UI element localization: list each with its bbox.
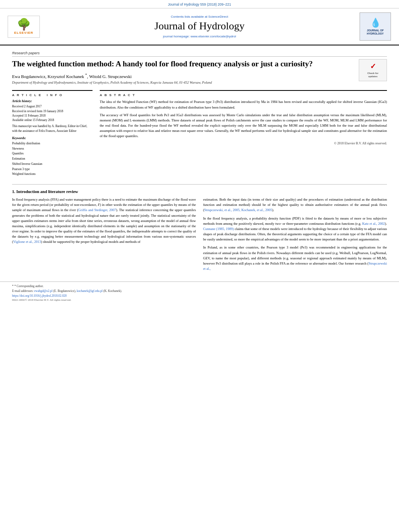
email1-name: (E. Bogdanowicz), <box>53 289 76 293</box>
journal-logo-text: JOURNAL OFHYDROLOGY <box>367 29 384 36</box>
article-title-area: The weighted function method: A handy to… <box>12 59 387 69</box>
keyword-4: Estimation <box>12 156 93 162</box>
doi-line: https://doi.org/10.1016/j.jhydrol.2018.0… <box>12 294 387 298</box>
affiliation-line: Department of Hydrology and Hydrodynamic… <box>12 80 387 84</box>
elsevier-wordmark: ELSEVIER <box>14 31 33 35</box>
body-right-col: estimation. Both the input data (in term… <box>203 197 387 274</box>
keyword-3: Quantiles <box>12 151 93 156</box>
journal-header: 🌳 ELSEVIER Contents lists available at S… <box>0 8 399 45</box>
page: Journal of Hydrology 559 (2018) 209–221 … <box>0 0 399 532</box>
journal-header-center: Contents lists available at ScienceDirec… <box>46 12 353 41</box>
email2-note: (K. Kochanek). <box>103 289 122 293</box>
body-left-col: In flood frequency analysis (FFA) and wa… <box>12 197 196 274</box>
keyword-6: Pearson 3 type <box>12 167 93 172</box>
abstract-text: The idea of the Weighted Function (WF) m… <box>100 99 387 139</box>
email1-link[interactable]: ewabgd@o2.pl <box>34 289 52 293</box>
corresponding-label: * Corresponding author. <box>14 284 44 288</box>
abstract-para-2: The accuracy of WF flood quantiles for b… <box>100 113 387 139</box>
email-label: E-mail addresses: <box>12 289 33 293</box>
accepted-date: Accepted 11 February 2018 <box>12 113 93 118</box>
keyword-5: Shifted Inverse Gaussian <box>12 162 93 167</box>
section-1-heading: 1. Introduction and literature review <box>12 189 387 194</box>
katz-link[interactable]: Katz et al., 2002 <box>362 222 385 226</box>
article-history-label: Article history: <box>12 99 93 103</box>
body-left-para-1: In flood frequency analysis (FFA) and wa… <box>12 197 196 245</box>
keywords-section: Keywords: Probability distribution Skewn… <box>12 136 93 177</box>
keywords-label: Keywords: <box>12 136 93 140</box>
strupczewski2-link[interactable]: Strupczewski et al., <box>203 261 387 271</box>
body-section: 1. Introduction and literature review In… <box>12 184 387 274</box>
top-bar: Journal of Hydrology 559 (2018) 209–221 <box>0 0 399 8</box>
keyword-7: Weighted functions <box>12 172 93 177</box>
corresponding-author-note: * * Corresponding author. <box>12 284 387 288</box>
abstract-para-1: The idea of the Weighted Function (WF) m… <box>100 99 387 110</box>
available-date: Available online 15 February 2018 <box>12 118 93 122</box>
homepage-label: journal homepage: <box>163 35 189 38</box>
journal-logo-area: 💧 JOURNAL OFHYDROLOGY <box>357 12 393 41</box>
elsevier-tree-icon: 🌳 <box>17 19 31 30</box>
keyword-1: Probability distribution <box>12 141 93 146</box>
article-title-text: The weighted function method: A handy to… <box>12 60 313 68</box>
sciencedirect-link[interactable]: ScienceDirect <box>208 15 228 18</box>
viglione-link[interactable]: Viglione et al., 2013 <box>13 240 41 244</box>
body-right-para-1: estimation. Both the input data (in term… <box>203 197 387 213</box>
handled-by: This manuscript was handled by A. Bardos… <box>12 124 93 133</box>
contents-label: Contents lists available at <box>171 15 208 18</box>
keyword-2: Skewness <box>12 146 93 152</box>
body-right-para-3: In Poland, as in some other countries, t… <box>203 245 387 271</box>
elsevier-logo: 🌳 ELSEVIER <box>8 16 40 38</box>
homepage-url[interactable]: www.elsevier.com/locate/jhydrol <box>191 35 236 38</box>
revised-date: Received in revised form 19 January 2018 <box>12 109 93 113</box>
page-footer: * * Corresponding author. E-mail address… <box>0 281 399 304</box>
elsevier-logo-area: 🌳 ELSEVIER <box>6 12 42 41</box>
article-info-header: A R T I C L E I N F O <box>12 93 93 97</box>
journal-logo-box: 💧 JOURNAL OFHYDROLOGY <box>360 12 391 41</box>
check-updates-label: Check forupdates <box>367 72 378 78</box>
issn-line: 0022-1694/© 2018 Elsevier B.V. All right… <box>12 298 387 302</box>
hydrology-logo-icon: 💧 <box>370 18 381 28</box>
cunnane-link[interactable]: Cunnane (1985, 1989) <box>203 227 234 231</box>
griffis-link[interactable]: Griffis and Stedinger, 2007 <box>78 208 116 212</box>
abstract-header: A B S T R A C T <box>100 93 387 97</box>
checkmark-icon: ✓ <box>370 62 376 71</box>
doi-link[interactable]: https://doi.org/10.1016/j.jhydrol.2018.0… <box>12 294 67 298</box>
journal-title: Journal of Hydrology <box>154 20 245 32</box>
authors-text: Ewa Bogdanowicz, Krzysztof Kochanek *, W… <box>12 74 132 79</box>
section-label: Research papers <box>12 51 387 57</box>
email2-link[interactable]: kochanek@igf.edu.pl <box>77 289 103 293</box>
article-info-abstract-section: A R T I C L E I N F O Article history: R… <box>12 90 387 177</box>
body-right-para-2: In the flood frequency analysis, a proba… <box>203 216 387 242</box>
article-info-column: A R T I C L E I N F O Article history: R… <box>12 90 93 177</box>
email-note: E-mail addresses: ewabgd@o2.pl (E. Bogda… <box>12 289 387 293</box>
received-date: Received 2 August 2017 <box>12 104 93 109</box>
authors-line: Ewa Bogdanowicz, Krzysztof Kochanek *, W… <box>12 73 387 79</box>
copyright-line: © 2018 Elsevier B.V. All rights reserved… <box>100 142 387 145</box>
check-for-updates-badge: ✓ Check forupdates <box>359 59 387 81</box>
main-content: Research papers The weighted function me… <box>0 51 399 274</box>
abstract-column: A B S T R A C T The idea of the Weighted… <box>100 90 387 177</box>
contents-available-line: Contents lists available at ScienceDirec… <box>171 15 228 18</box>
journal-homepage-line: journal homepage: www.elsevier.com/locat… <box>163 35 236 38</box>
strupczewski-link[interactable]: Strupczewski, et al., 2005, Kochanek, et… <box>204 208 272 212</box>
body-two-col: In flood frequency analysis (FFA) and wa… <box>12 197 387 274</box>
journal-reference: Journal of Hydrology 559 (2018) 209–221 <box>168 2 231 6</box>
article-history-section: Article history: Received 2 August 2017 … <box>12 99 93 133</box>
